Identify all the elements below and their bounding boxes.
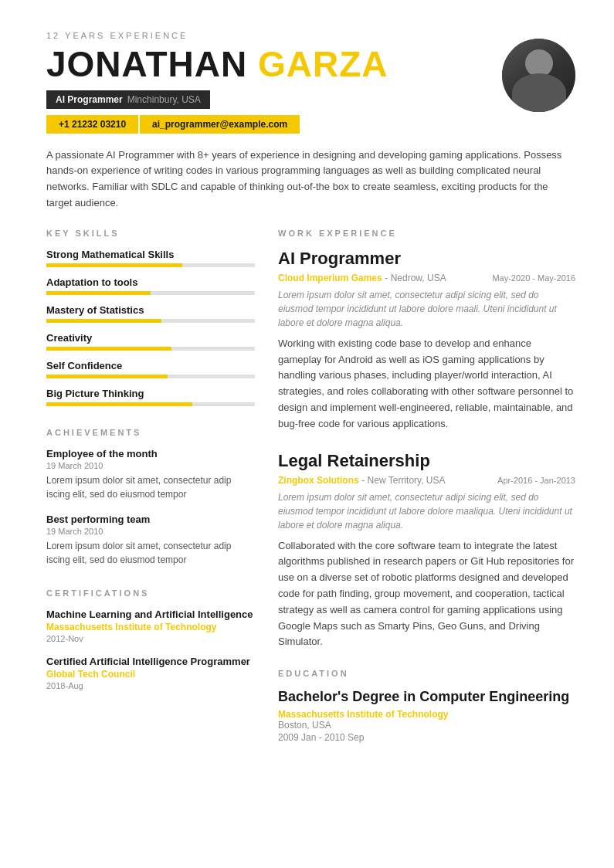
cert-org: Massachusetts Institute of Technology	[46, 622, 255, 632]
cert-date: 2012-Nov	[46, 634, 255, 643]
certifications-list: Machine Learning and Artificial Intellig…	[46, 609, 255, 690]
skill-bar-fill	[46, 263, 182, 267]
work-experience-title: WORK EXPERIENCE	[278, 229, 575, 238]
resume-page: 12 YEARS EXPERIENCE JONATHAN GARZA AI Pr…	[0, 0, 614, 868]
header-section: 12 YEARS EXPERIENCE JONATHAN GARZA AI Pr…	[46, 31, 575, 134]
achievement-item: Employee of the month 19 March 2010 Lore…	[46, 448, 255, 501]
skill-name: Creativity	[46, 332, 255, 344]
cert-title: Certified Artificial Intelligence Progra…	[46, 656, 255, 667]
achievement-date: 19 March 2010	[46, 461, 255, 470]
company-name: Zingbox Solutions	[278, 475, 359, 486]
two-col-layout: KEY SKILLS Strong Mathematical Skills Ad…	[46, 229, 575, 743]
company-location: - New Territory, USA	[361, 475, 445, 486]
last-name: GARZA	[258, 44, 388, 84]
job-title-text: Legal Retainership	[278, 451, 575, 471]
skill-bar-fill	[46, 291, 151, 295]
edu-dates: 2009 Jan - 2010 Sep	[278, 732, 575, 743]
skill-bar-bg	[46, 375, 255, 378]
work-list: AI Programmer Cloud Imperium Games - Ned…	[278, 249, 575, 650]
avatar-image	[502, 39, 575, 112]
company-name: Cloud Imperium Games	[278, 273, 382, 283]
work-experience-section: WORK EXPERIENCE AI Programmer Cloud Impe…	[278, 229, 575, 650]
skill-item: Creativity	[46, 332, 255, 351]
skill-bar-bg	[46, 291, 255, 295]
job-meta: Cloud Imperium Games - Nedrow, USA May-2…	[278, 272, 575, 283]
education-item: Bachelor's Degree in Computer Engineerin…	[278, 689, 575, 743]
education-list: Bachelor's Degree in Computer Engineerin…	[278, 689, 575, 743]
edu-degree: Bachelor's Degree in Computer Engineerin…	[278, 689, 575, 705]
certifications-title: CERTIFICATIONS	[46, 588, 255, 598]
job-title-text: AI Programmer	[278, 249, 575, 269]
company-info: Cloud Imperium Games - Nedrow, USA	[278, 272, 446, 283]
skill-bar-fill	[46, 347, 171, 351]
skill-name: Big Picture Thinking	[46, 388, 255, 399]
skill-bar-fill	[46, 402, 192, 406]
edu-school: Massachusetts Institute of Technology	[278, 709, 448, 720]
phone[interactable]: +1 21232 03210	[46, 115, 138, 134]
skill-item: Big Picture Thinking	[46, 388, 255, 406]
skill-bar-fill	[46, 375, 168, 378]
title-bar: AI Programmer Minchinbury, USA	[46, 90, 502, 109]
job-lorem: Lorem ipsum dolor sit amet, consectetur …	[278, 288, 575, 330]
skill-bar-bg	[46, 319, 255, 323]
email[interactable]: ai_programmer@example.com	[140, 115, 300, 134]
edu-location: Boston, USA	[278, 720, 575, 731]
cert-item: Certified Artificial Intelligence Progra…	[46, 656, 255, 690]
job-lorem: Lorem ipsum dolor sit amet, consectetur …	[278, 490, 575, 532]
skill-name: Adaptation to tools	[46, 276, 255, 288]
skill-bar-fill	[46, 319, 161, 323]
skill-bar-bg	[46, 263, 255, 267]
skill-name: Strong Mathematical Skills	[46, 249, 255, 260]
name-line: JONATHAN GARZA	[46, 45, 502, 84]
first-name: JONATHAN	[46, 44, 247, 84]
achievement-date: 19 March 2010	[46, 527, 255, 536]
job-item: Legal Retainership Zingbox Solutions - N…	[278, 451, 575, 651]
achievement-title: Best performing team	[46, 514, 255, 525]
education-title: EDUCATION	[278, 669, 575, 678]
achievement-title: Employee of the month	[46, 448, 255, 459]
achievements-section: ACHIEVEMENTS Employee of the month 19 Ma…	[46, 428, 255, 567]
achievements-list: Employee of the month 19 March 2010 Lore…	[46, 448, 255, 567]
certifications-section: CERTIFICATIONS Machine Learning and Arti…	[46, 588, 255, 690]
skill-item: Adaptation to tools	[46, 276, 255, 295]
achievement-desc: Lorem ipsum dolor sit amet, consectetur …	[46, 473, 255, 501]
years-experience: 12 YEARS EXPERIENCE	[46, 31, 502, 40]
edu-meta: Massachusetts Institute of Technology	[278, 708, 575, 720]
company-info: Zingbox Solutions - New Territory, USA	[278, 474, 446, 486]
job-desc: Working with existing code base to devel…	[278, 336, 575, 432]
summary: A passionate AI Programmer with 8+ years…	[46, 147, 575, 212]
achievement-item: Best performing team 19 March 2010 Lorem…	[46, 514, 255, 567]
company-location: - Nedrow, USA	[385, 273, 446, 283]
job-desc: Collaborated with the core software team…	[278, 538, 575, 651]
skill-item: Mastery of Statistics	[46, 304, 255, 323]
cert-org: Global Tech Council	[46, 669, 255, 680]
skill-item: Self Confidence	[46, 360, 255, 378]
job-dates: Apr-2016 - Jan-2013	[497, 476, 575, 485]
right-column: WORK EXPERIENCE AI Programmer Cloud Impe…	[278, 229, 575, 743]
cert-item: Machine Learning and Artificial Intellig…	[46, 609, 255, 643]
cert-date: 2018-Aug	[46, 681, 255, 690]
job-title: AI Programmer	[56, 94, 123, 105]
job-item: AI Programmer Cloud Imperium Games - Ned…	[278, 249, 575, 432]
key-skills-section: KEY SKILLS Strong Mathematical Skills Ad…	[46, 229, 255, 406]
achievements-title: ACHIEVEMENTS	[46, 428, 255, 437]
title-badge: AI Programmer Minchinbury, USA	[46, 90, 210, 109]
left-column: KEY SKILLS Strong Mathematical Skills Ad…	[46, 229, 255, 743]
skill-item: Strong Mathematical Skills	[46, 249, 255, 267]
skills-list: Strong Mathematical Skills Adaptation to…	[46, 249, 255, 406]
education-section: EDUCATION Bachelor's Degree in Computer …	[278, 669, 575, 743]
job-meta: Zingbox Solutions - New Territory, USA A…	[278, 474, 575, 486]
contact-bar: +1 21232 03210 ai_programmer@example.com	[46, 115, 502, 134]
avatar	[502, 39, 575, 112]
skill-name: Mastery of Statistics	[46, 304, 255, 316]
header-location: Minchinbury, USA	[127, 94, 201, 105]
cert-title: Machine Learning and Artificial Intellig…	[46, 609, 255, 620]
key-skills-title: KEY SKILLS	[46, 229, 255, 238]
skill-bar-bg	[46, 347, 255, 351]
header-left: 12 YEARS EXPERIENCE JONATHAN GARZA AI Pr…	[46, 31, 502, 134]
achievement-desc: Lorem ipsum dolor sit amet, consectetur …	[46, 539, 255, 567]
job-dates: May-2020 - May-2016	[492, 273, 575, 283]
skill-bar-bg	[46, 402, 255, 406]
skill-name: Self Confidence	[46, 360, 255, 371]
